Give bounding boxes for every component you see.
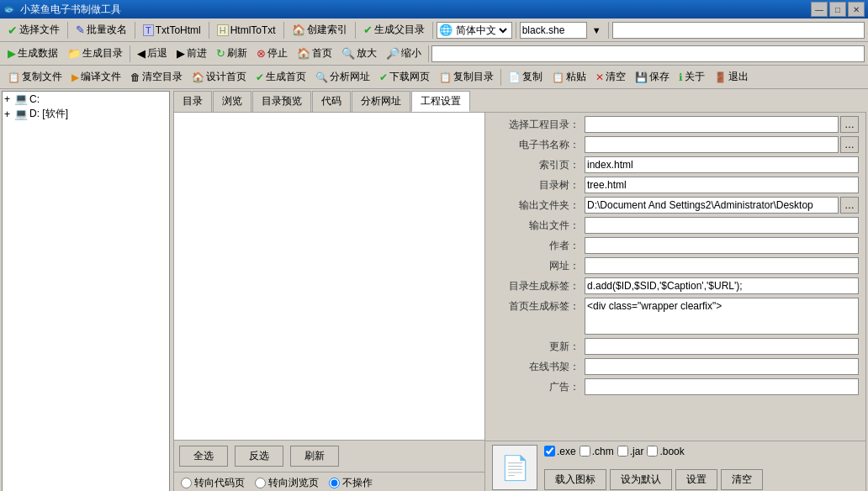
clear-dir-button[interactable]: 🗑 清空目录 [126,67,187,87]
close-button[interactable]: ✕ [848,2,865,17]
btn-ebook-name[interactable]: … [840,136,859,153]
copy-file-button[interactable]: 📋 复制文件 [3,67,66,87]
minimize-button[interactable]: — [811,2,828,17]
tab-settings[interactable]: 工程设置 [411,91,470,112]
form-row-index-page: 索引页： [492,156,859,173]
copy-button[interactable]: 📄 复制 [504,67,547,87]
input-online-shelf[interactable] [585,358,859,375]
txt-icon: T [143,24,154,36]
input-output-dir[interactable] [585,197,839,214]
gen-menu-button[interactable]: ✔ 生成父目录 [359,20,429,40]
tree-item-c[interactable]: + 💻 C: [3,92,169,106]
input-website[interactable] [585,257,859,274]
input-ad[interactable] [585,378,859,395]
filename-input[interactable] [520,22,587,39]
lang-icon: 🌐 [439,24,453,36]
clear-settings-button[interactable]: 清空 [721,469,763,490]
forward-button[interactable]: ▶ 前进 [172,44,211,63]
radio-code-page[interactable]: 转向代码页 [181,476,245,490]
input-homepage-tag[interactable]: <div class="wrapper clearfix"> [585,298,859,335]
batch-rename-button[interactable]: ✎ 批量改名 [71,20,131,40]
stop-button[interactable]: ⊗ 停止 [252,44,292,63]
radio-no-action[interactable]: 不操作 [329,476,373,490]
gen-data-button[interactable]: ▶ 生成数据 [3,44,62,63]
about-button[interactable]: ℹ 关于 [675,67,709,87]
create-index-button[interactable]: 🏠 创建索引 [288,20,352,40]
radio-code-input[interactable] [181,478,192,488]
analyze-icon: 🔍 [315,71,328,83]
btn-output-dir[interactable]: … [840,197,859,214]
save-button[interactable]: 💾 保存 [631,67,674,87]
choose-file-button[interactable]: ✔ 选择文件 [3,20,64,40]
form-row-online-shelf: 在线书架： [492,358,859,375]
chk-book-label[interactable]: .book [647,446,684,457]
form-row-output-dir: 输出文件夹： … [492,197,859,214]
checkboxes-and-buttons: .exe .chm .jar [544,446,763,490]
refresh-button[interactable]: ↻ 刷新 [212,44,251,63]
zoom-in-button[interactable]: 🔍 放大 [337,44,381,63]
tab-dirpreview[interactable]: 目录预览 [252,91,311,112]
design-home-button[interactable]: 🏠 设计首页 [188,67,251,87]
exit-button[interactable]: 🚪 退出 [710,67,753,87]
radio-browse-page[interactable]: 转向浏览页 [255,476,319,490]
back-button[interactable]: ◀ 后退 [133,44,172,63]
sep6 [432,22,433,39]
chk-exe[interactable] [544,446,555,457]
tree-item-d[interactable]: + 💻 D: [软件] [3,106,169,122]
gen-dir-button[interactable]: 📁 生成目录 [63,44,127,63]
input-output-file[interactable] [585,217,859,234]
menu-icon: ✔ [363,24,373,36]
chk-chm[interactable] [580,446,590,457]
label-homepage-tag: 首页生成标签： [492,298,585,314]
input-dir-tag[interactable] [585,277,859,294]
analyze-url-button[interactable]: 🔍 分析网址 [311,67,374,87]
label-project-dir: 选择工程目录： [492,118,585,132]
maximize-button[interactable]: □ [829,2,846,17]
paste-button[interactable]: 📋 粘贴 [548,67,590,87]
load-icon-button[interactable]: 载入图标 [544,469,606,490]
home-button[interactable]: 🏠 首页 [293,44,336,63]
chk-book[interactable] [647,446,658,457]
zoom-out-button[interactable]: 🔎 缩小 [382,44,426,63]
save-icon: 💾 [635,71,648,83]
input-ebook-name[interactable] [585,136,839,153]
copyfile-icon: 📋 [8,71,20,83]
label-update: 更新： [492,340,585,354]
filename-dropdown-button[interactable]: ▼ [589,24,605,36]
radio-noaction-input[interactable] [329,478,340,488]
txt-to-html-button[interactable]: T TxtToHtml [139,22,205,39]
tab-code[interactable]: 代码 [312,91,351,112]
language-select[interactable]: 简体中文 繁體中文 English [453,24,510,37]
html-to-txt-button[interactable]: H HtmlToTxt [213,22,280,39]
tab-browse[interactable]: 浏览 [213,91,251,112]
radio-browse-input[interactable] [255,478,266,488]
input-project-dir[interactable] [585,116,839,133]
search-input[interactable] [612,22,865,39]
btn-project-dir[interactable]: … [840,116,859,133]
tree-expand-d[interactable]: + [4,108,13,120]
settings-panel: 选择工程目录： … 电子书名称： … 索引页： [485,113,865,441]
select-all-button[interactable]: 全选 [179,446,228,467]
input-index-page[interactable] [585,156,859,173]
chk-jar[interactable] [617,446,628,457]
clear-button[interactable]: ✕ 清空 [591,67,630,87]
input-update[interactable] [585,338,859,355]
input-author[interactable] [585,237,859,254]
set-default-button[interactable]: 设为默认 [610,469,672,490]
translate-button[interactable]: ▶ 编译文件 [67,67,125,87]
gen-homepage-button[interactable]: ✔ 生成首页 [251,67,310,87]
input-dir-tree[interactable] [585,177,859,193]
copy-dir-button[interactable]: 📋 复制目录 [435,67,498,87]
language-selector[interactable]: 🌐 简体中文 繁體中文 English [437,22,512,39]
chk-chm-label[interactable]: .chm [580,446,614,457]
url-input[interactable] [431,45,865,62]
settings-btn[interactable]: 设置 [675,469,717,490]
refresh-preview-button[interactable]: 刷新 [290,446,339,467]
tab-dir[interactable]: 目录 [173,91,212,112]
chk-exe-label[interactable]: .exe [544,446,576,457]
tab-analyze[interactable]: 分析网址 [352,91,410,112]
tree-expand-c[interactable]: + [4,93,13,105]
invert-button[interactable]: 反选 [235,446,283,467]
download-web-button[interactable]: ✔ 下载网页 [375,67,434,87]
chk-jar-label[interactable]: .jar [617,446,644,457]
